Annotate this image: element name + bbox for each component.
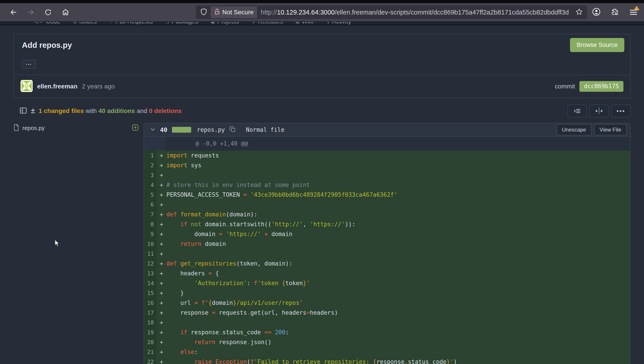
whitespace-options-button[interactable]: [567, 104, 587, 118]
line-number[interactable]: 12: [144, 258, 156, 268]
account-icon[interactable]: [592, 8, 601, 17]
line-number[interactable]: 7: [144, 210, 156, 219]
added-line-marker: +: [156, 211, 166, 218]
repo-nav-tabs: </>Code◎Issues⑂Pull Requests❒Packages▦Pr…: [0, 22, 644, 26]
tab-label: Packages: [172, 22, 198, 25]
line-number[interactable]: 10: [144, 239, 156, 249]
diff-code: @ -0,0 +1,40 @@ 1+import requests2+impor…: [144, 137, 630, 364]
changed-files-count: 1 changed files: [39, 108, 84, 114]
shield-icon[interactable]: [200, 8, 207, 16]
unescape-button[interactable]: Unescape: [557, 124, 591, 135]
line-number[interactable]: 2: [144, 160, 156, 170]
toggle-file-tree-icon[interactable]: [19, 106, 27, 116]
code-line: 21+ else:: [144, 347, 630, 357]
code-line: 11+: [144, 249, 630, 258]
added-line-marker: +: [156, 182, 166, 188]
diff-stats-row: ± 1 changed files with 40 additions and …: [14, 104, 630, 118]
line-number[interactable]: 1: [144, 150, 156, 160]
code-text: PERSONAL_ACCESS_TOKEN = '43ce39bb0bd6bc4…: [166, 192, 397, 198]
line-number[interactable]: 5: [144, 190, 156, 200]
bookmark-star-icon[interactable]: [576, 8, 583, 16]
code-text: # store this in env instead at some poin…: [166, 182, 310, 188]
line-number[interactable]: 17: [144, 308, 156, 318]
code-line: 6+: [144, 200, 630, 210]
line-number[interactable]: 14: [144, 278, 156, 288]
diff-file-header: 40 repos.py Normal file Unescape View Fi…: [144, 123, 630, 137]
url-text[interactable]: http://10.129.234.64:3000/ellen.freeman/…: [261, 9, 572, 16]
repo-nav-tab-releases[interactable]: ◇Releases: [252, 22, 283, 25]
line-number[interactable]: 22: [144, 357, 156, 364]
added-line-marker: +: [156, 162, 166, 168]
not-secure-chip[interactable]: Not Secure: [211, 6, 257, 18]
repo-nav-tab-packages[interactable]: ❒Packages: [166, 22, 198, 25]
author-name[interactable]: ellen.freeman: [37, 83, 78, 90]
code-text: import requests: [166, 152, 219, 159]
repo-nav-tab-wiki[interactable]: ▤Wiki: [296, 22, 313, 25]
browser-toolbar: Not Secure http://10.129.234.64:3000/ell…: [0, 3, 644, 22]
collapse-chevron-icon[interactable]: [150, 126, 156, 133]
diff-more-options-button[interactable]: •••: [611, 104, 630, 118]
avatar[interactable]: [21, 80, 33, 93]
code-text: else:: [166, 348, 198, 355]
line-number[interactable]: 8: [144, 219, 156, 229]
repo-nav-tab-projects[interactable]: ▦Projects: [211, 22, 239, 25]
line-number[interactable]: 9: [144, 229, 156, 239]
code-line: 15+ }: [144, 288, 630, 298]
added-line-marker: +: [156, 358, 166, 364]
browser-chrome: Not Secure http://10.129.234.64:3000/ell…: [0, 0, 644, 22]
commit-time: 2 years ago: [82, 83, 115, 90]
ellipsis-icon: •••: [616, 108, 625, 114]
file-tree: repos.py: [14, 123, 139, 132]
line-number[interactable]: 13: [144, 268, 156, 278]
split-view-button[interactable]: [589, 104, 609, 118]
additions-bar: [172, 127, 191, 133]
added-line-marker: +: [156, 260, 166, 267]
browse-source-button[interactable]: Browse Source: [570, 38, 624, 52]
code-text: def format_domain(domain):: [166, 211, 257, 218]
line-number[interactable]: 19: [144, 328, 156, 337]
menu-icon[interactable]: [629, 8, 638, 16]
view-file-button[interactable]: View File: [594, 124, 626, 135]
file-tree-item[interactable]: repos.py: [14, 124, 139, 132]
line-number[interactable]: 16: [144, 298, 156, 308]
commit-title: Add repos.py: [22, 41, 622, 50]
line-number[interactable]: 21: [144, 347, 156, 357]
home-icon[interactable]: [62, 8, 69, 16]
line-number[interactable]: 11: [144, 249, 156, 258]
line-number[interactable]: 4: [144, 180, 156, 190]
code-text: if response.status_code == 200:: [166, 329, 289, 336]
line-number[interactable]: 3: [144, 170, 156, 180]
line-number[interactable]: 15: [144, 288, 156, 298]
deletions-count: 0 deletions: [149, 108, 181, 114]
tab-icon: ❒: [166, 22, 169, 24]
line-number[interactable]: 20: [144, 337, 156, 347]
repo-nav-tab-pull-requests[interactable]: ⑂Pull Requests: [110, 22, 153, 25]
forward-icon[interactable]: [27, 8, 35, 16]
commit-hash-badge[interactable]: dcc869b175: [579, 81, 623, 92]
tab-icon: ▤: [296, 22, 299, 24]
line-number[interactable]: 6: [144, 200, 156, 210]
tab-icon: ◎: [73, 22, 77, 24]
repo-nav-tab-activity[interactable]: ↯Activity: [326, 22, 351, 25]
code-line: 13+ headers = {: [144, 268, 630, 278]
tab-label: Code: [46, 22, 60, 25]
file-mode-label: Normal file: [246, 126, 284, 133]
diff-option-buttons: •••: [567, 104, 630, 118]
tab-label: Releases: [258, 22, 283, 25]
repo-nav-tab-code[interactable]: </>Code: [34, 22, 60, 25]
line-number[interactable]: 18: [144, 318, 156, 328]
repo-nav-tab-issues[interactable]: ◎Issues: [73, 22, 97, 25]
tab-icon: ↯: [326, 22, 329, 24]
back-icon[interactable]: [10, 8, 18, 16]
added-line-marker: +: [156, 192, 166, 198]
copy-path-icon[interactable]: [230, 126, 236, 133]
tab-icon: </>: [34, 22, 43, 24]
code-line: 4+# store this in env instead at some po…: [144, 180, 630, 190]
update-warning-badge: [634, 6, 639, 10]
commit-box: Add repos.py Browse Source ... ellen.fre…: [14, 34, 630, 98]
url-bar[interactable]: Not Secure http://10.129.234.64:3000/ell…: [196, 6, 587, 19]
extensions-puzzle-icon[interactable]: [611, 8, 619, 17]
tab-label: Wiki: [302, 22, 313, 25]
expand-message-button[interactable]: ...: [22, 60, 36, 69]
reload-icon[interactable]: [44, 8, 52, 16]
